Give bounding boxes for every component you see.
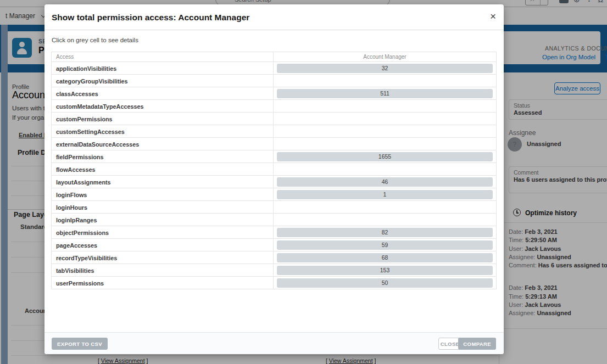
permission-type-label: recordTypeVisibilities <box>56 255 117 261</box>
permission-type-label: loginHours <box>56 204 87 211</box>
permission-type-label: pageAccesses <box>56 242 97 249</box>
permission-type-label: fieldPermissions <box>56 154 103 160</box>
permission-type-label: tabVisibilities <box>56 267 94 274</box>
access-column-header: Access <box>52 52 274 62</box>
table-row: layoutAssignments 46 <box>52 176 497 188</box>
permission-type-label: customMetadataTypeAccesses <box>56 103 143 110</box>
permission-type-label: layoutAssignments <box>56 179 111 186</box>
permission-type-label: objectPermissions <box>56 229 109 236</box>
permission-type-label: flowAccesses <box>56 166 95 173</box>
table-row: customMetadataTypeAccesses <box>52 100 497 113</box>
permission-count-cell[interactable]: 68 <box>277 253 493 262</box>
modal-header: Show total permission access: Account Ma… <box>44 4 504 30</box>
export-to-csv-button[interactable]: EXPORT TO CSV <box>52 338 108 350</box>
table-row: tabVisibilities 153 <box>52 264 497 277</box>
table-row: userPermissions 50 <box>52 277 497 289</box>
table-row: pageAccesses 59 <box>52 239 497 251</box>
table-row: externalDataSourceAccesses <box>52 138 497 150</box>
permission-count-cell[interactable]: 153 <box>277 266 493 275</box>
permission-table-body: applicationVisibilities 32 categoryGroup… <box>52 62 497 289</box>
table-header-row: Access Account Manager <box>52 52 497 62</box>
permission-count-cell[interactable]: 32 <box>277 64 493 73</box>
permission-count-cell[interactable]: 82 <box>277 228 493 237</box>
permission-count-cell[interactable]: 1 <box>277 190 493 199</box>
table-row: applicationVisibilities 32 <box>52 62 497 75</box>
table-row: fieldPermissions 1655 <box>52 150 497 163</box>
permission-type-label: classAccesses <box>56 91 98 97</box>
table-row: categoryGroupVisibilities <box>52 75 497 87</box>
permission-count-cell[interactable]: 59 <box>277 240 493 250</box>
table-row: customSettingAccesses <box>52 125 497 138</box>
profile-column-header: Account Manager <box>274 52 497 62</box>
permission-count-cell[interactable]: 50 <box>277 278 493 288</box>
permission-table: Access Account Manager applicationVisibi… <box>51 52 497 289</box>
table-row: loginIpRanges <box>52 214 497 226</box>
close-icon[interactable]: × <box>490 10 496 23</box>
table-row: loginHours <box>52 201 497 214</box>
modal-title: Show total permission access: Account Ma… <box>52 13 249 23</box>
permission-type-label: categoryGroupVisibilities <box>56 78 128 85</box>
modal-footer: EXPORT TO CSV CLOSE COMPARE <box>44 332 504 354</box>
permission-type-label: customSettingAccesses <box>56 128 125 135</box>
table-row: recordTypeVisibilities 68 <box>52 251 497 264</box>
permission-type-label: externalDataSourceAccesses <box>56 141 139 148</box>
permission-count-cell[interactable]: 46 <box>277 177 493 187</box>
permission-type-label: loginFlows <box>56 192 87 198</box>
modal-hint-text: Click on grey cell to see details <box>52 37 138 43</box>
table-row: customPermissions <box>52 113 497 125</box>
table-row: flowAccesses <box>52 163 497 176</box>
compare-button[interactable]: COMPARE <box>458 338 496 350</box>
permission-count-cell[interactable]: 1655 <box>277 152 493 161</box>
application-window: ☆ ▾ + ⊕ ? Ω t Manager SET Pr ANALYTICS &… <box>0 0 607 364</box>
table-row: classAccesses 511 <box>52 87 497 100</box>
permission-access-modal: Show total permission access: Account Ma… <box>44 4 504 354</box>
permission-type-label: loginIpRanges <box>56 217 97 223</box>
permission-count-cell[interactable]: 511 <box>277 89 493 98</box>
table-row: objectPermissions 82 <box>52 226 497 239</box>
table-row: loginFlows 1 <box>52 188 497 201</box>
permission-type-label: customPermissions <box>56 116 113 122</box>
permission-type-label: userPermissions <box>56 280 104 287</box>
permission-type-label: applicationVisibilities <box>56 65 116 72</box>
